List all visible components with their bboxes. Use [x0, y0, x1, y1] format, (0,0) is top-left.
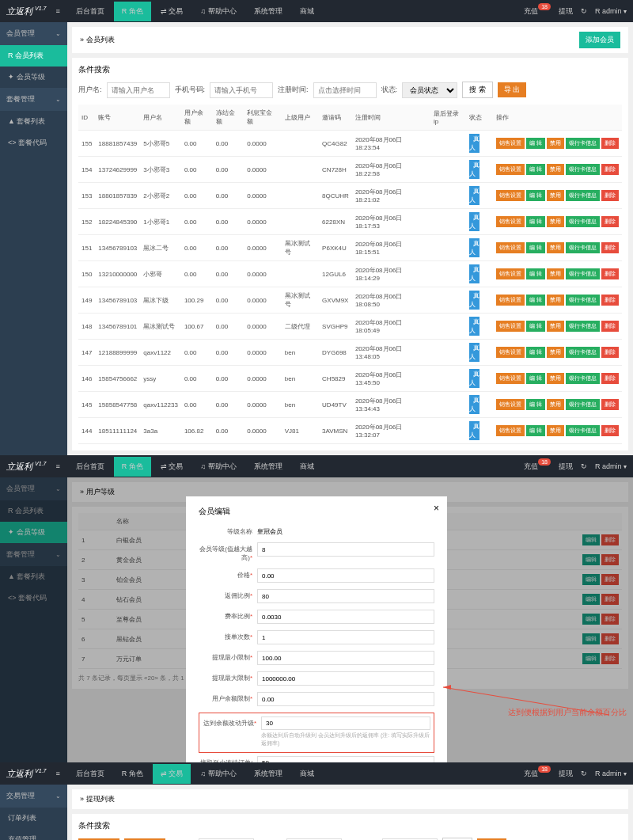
- topnav-item[interactable]: R 角色: [114, 457, 151, 477]
- topnav-item[interactable]: 商城: [292, 764, 322, 784]
- row-action-button[interactable]: 销售设置: [496, 268, 525, 279]
- row-action-button[interactable]: 删除: [601, 373, 619, 384]
- menu-toggle-icon[interactable]: ≡: [55, 7, 59, 15]
- withdraw-link[interactable]: 提现: [559, 462, 573, 472]
- row-action-button[interactable]: 编 辑: [526, 164, 545, 175]
- row-action-button[interactable]: 删除: [601, 190, 619, 201]
- topnav-item[interactable]: 商城: [292, 2, 322, 21]
- row-action-button[interactable]: 编 辑: [526, 399, 545, 410]
- sidebar-head[interactable]: 交易管理⌄: [0, 785, 67, 808]
- row-action-button[interactable]: 禁用: [547, 425, 564, 436]
- search-button[interactable]: 搜 索: [462, 82, 493, 98]
- row-action-button[interactable]: 销售设置: [496, 138, 525, 149]
- row-action-button[interactable]: 销售设置: [496, 216, 525, 227]
- row-action-button[interactable]: 销售设置: [496, 399, 525, 410]
- row-action-button[interactable]: 删除: [601, 138, 619, 149]
- add-member-button[interactable]: 添加会员: [579, 32, 620, 48]
- topnav-item[interactable]: R 角色: [114, 764, 151, 784]
- sidebar-item[interactable]: ✦ 会员等级: [0, 67, 67, 88]
- sidebar-item[interactable]: ▲ 套餐列表: [0, 111, 67, 132]
- username-input[interactable]: [107, 82, 170, 98]
- pending-link[interactable]: 充值18: [524, 462, 551, 472]
- rate-input[interactable]: [257, 610, 434, 624]
- row-action-button[interactable]: 编 辑: [526, 295, 545, 306]
- row-action-button[interactable]: 禁用: [547, 164, 564, 175]
- pending-link[interactable]: 充值18: [524, 769, 551, 779]
- topnav-item[interactable]: 商城: [292, 457, 322, 477]
- row-action-button[interactable]: 禁用: [547, 242, 564, 253]
- row-action-button[interactable]: 禁用: [547, 321, 564, 332]
- withdraw-link[interactable]: 提现: [559, 769, 573, 779]
- row-action-button[interactable]: 禁用: [547, 190, 564, 201]
- topnav-item[interactable]: 系统管理: [246, 2, 290, 21]
- row-action-button[interactable]: 销售设置: [496, 373, 525, 384]
- topnav-item[interactable]: ♫ 帮助中心: [192, 764, 244, 784]
- row-action-button[interactable]: 编 辑: [526, 190, 545, 201]
- row-action-button[interactable]: 编 辑: [526, 268, 545, 279]
- row-action-button[interactable]: 银行卡信息: [566, 164, 600, 175]
- sidebar-head[interactable]: 会员管理⌄: [0, 22, 67, 45]
- max-input[interactable]: [257, 671, 434, 686]
- row-action-button[interactable]: 删除: [601, 242, 619, 253]
- menu-toggle-icon[interactable]: ≡: [55, 770, 59, 777]
- refresh-icon[interactable]: ↻: [581, 770, 587, 777]
- row-action-button[interactable]: 银行卡信息: [566, 138, 600, 149]
- sidebar-item[interactable]: <> 套餐代码: [0, 132, 67, 154]
- row-action-button[interactable]: 编 辑: [526, 216, 545, 227]
- count-input[interactable]: [257, 630, 434, 644]
- row-action-button[interactable]: 销售设置: [496, 425, 525, 436]
- close-icon[interactable]: ×: [434, 503, 439, 514]
- row-action-button[interactable]: 禁用: [547, 373, 564, 384]
- regtime-input[interactable]: [313, 82, 377, 98]
- row-action-button[interactable]: 银行卡信息: [566, 321, 600, 332]
- user-menu[interactable]: R admin ▾: [595, 7, 627, 15]
- refresh-icon[interactable]: ↻: [581, 462, 587, 470]
- export-button[interactable]: 导 出: [498, 82, 527, 97]
- sidebar-item[interactable]: 充值管理: [0, 829, 67, 840]
- upgrade-input[interactable]: [261, 716, 430, 730]
- row-action-button[interactable]: 删除: [601, 347, 619, 358]
- topnav-item[interactable]: ⇌ 交易: [153, 764, 191, 784]
- ubal-input[interactable]: [257, 692, 434, 706]
- topnav-item[interactable]: 后台首页: [68, 2, 112, 21]
- row-action-button[interactable]: 银行卡信息: [566, 268, 600, 279]
- row-action-button[interactable]: 删除: [601, 295, 619, 306]
- row-action-button[interactable]: 银行卡信息: [566, 242, 600, 253]
- row-action-button[interactable]: 编 辑: [526, 425, 545, 436]
- row-action-button[interactable]: 销售设置: [496, 190, 525, 201]
- topnav-item[interactable]: ⇌ 交易: [153, 2, 191, 21]
- status-select[interactable]: 会员状态: [402, 82, 457, 98]
- topnav-item[interactable]: 后台首页: [68, 764, 112, 784]
- topnav-item[interactable]: ♫ 帮助中心: [192, 457, 244, 477]
- user-menu[interactable]: R admin ▾: [595, 770, 627, 777]
- row-action-button[interactable]: 禁用: [547, 216, 564, 227]
- row-action-button[interactable]: 删除: [601, 268, 619, 279]
- price-input[interactable]: [257, 568, 434, 583]
- sidebar-item[interactable]: 套餐管理⌄: [0, 88, 67, 111]
- row-action-button[interactable]: 销售设置: [496, 242, 525, 253]
- row-action-button[interactable]: 编 辑: [526, 138, 545, 149]
- topnav-item[interactable]: R 角色: [114, 2, 151, 21]
- row-action-button[interactable]: 编 辑: [526, 373, 545, 384]
- row-action-button[interactable]: 银行卡信息: [566, 295, 600, 306]
- row-action-button[interactable]: 银行卡信息: [566, 190, 600, 201]
- row-action-button[interactable]: 禁用: [547, 399, 564, 410]
- row-action-button[interactable]: 禁用: [547, 295, 564, 306]
- row-action-button[interactable]: 删除: [601, 399, 619, 410]
- row-action-button[interactable]: 删除: [601, 321, 619, 332]
- row-action-button[interactable]: 删除: [601, 425, 619, 436]
- topnav-item[interactable]: 后台首页: [68, 457, 112, 477]
- row-action-button[interactable]: 销售设置: [496, 164, 525, 175]
- row-action-button[interactable]: 银行卡信息: [566, 347, 600, 358]
- sidebar-item[interactable]: R 会员列表: [0, 45, 67, 67]
- row-action-button[interactable]: 销售设置: [496, 347, 525, 358]
- comm-input[interactable]: [257, 589, 434, 603]
- row-action-button[interactable]: 银行卡信息: [566, 425, 600, 436]
- row-action-button[interactable]: 删除: [601, 164, 619, 175]
- row-action-button[interactable]: 编 辑: [526, 321, 545, 332]
- row-action-button[interactable]: 禁用: [547, 138, 564, 149]
- row-action-button[interactable]: 禁用: [547, 268, 564, 279]
- phone-input[interactable]: [210, 82, 273, 98]
- user-menu[interactable]: R admin ▾: [595, 462, 627, 470]
- menu-toggle-icon[interactable]: ≡: [55, 462, 59, 470]
